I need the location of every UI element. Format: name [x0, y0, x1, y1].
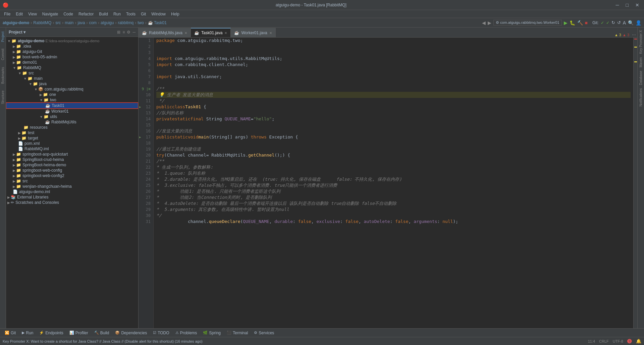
breadcrumb-rabbitmq[interactable]: RabbitMQ	[33, 20, 51, 25]
tree-item-springboot-web-config[interactable]: ▶ 📁 springboot-web-config	[6, 168, 138, 173]
code-editor[interactable]: package com.atguigu.rabbitmq.two; import…	[154, 38, 633, 328]
menu-item-help[interactable]: Help	[168, 11, 182, 17]
tree-item-scratches[interactable]: ▶ ✏ Scratches and Consoles	[6, 200, 138, 205]
run-button[interactable]: ▶	[564, 20, 568, 25]
tree-item-atguigu-demo[interactable]: ▼ 📁 atguigu-demo E:\idea-workspace\atgui…	[6, 38, 138, 44]
tree-item-wenjian[interactable]: ▶ 📁 wenjian-shangchuan-heima	[6, 184, 138, 189]
panel-collapse-button[interactable]: ≡	[122, 30, 125, 35]
project-sidebar-icon[interactable]: Project	[0, 30, 5, 43]
close-button[interactable]: ✕	[633, 2, 641, 8]
warning-stripe-mark[interactable]	[634, 47, 637, 48]
stop-button[interactable]: ■	[585, 20, 588, 25]
notifications-icon[interactable]: Notifications	[638, 87, 643, 108]
breadcrumb-two[interactable]: two	[138, 20, 144, 25]
bottom-tab-build[interactable]: 🔨 Build	[92, 330, 112, 336]
tab-close-button[interactable]: ✕	[184, 31, 187, 35]
tree-item-idea[interactable]: ▶ 📁 .idea	[6, 44, 138, 49]
tree-item-task01[interactable]: ☕ Task01	[6, 103, 138, 109]
tree-item-atguigu-iml[interactable]: 📄 atguigu-demo.iml	[6, 189, 138, 194]
bookmarks-sidebar-icon[interactable]: Bookmarks	[0, 66, 5, 85]
breadcrumb-src[interactable]: src	[55, 20, 61, 25]
tree-item-springboot-aop[interactable]: ▶ 📁 springboot-aop-quickstart	[6, 152, 138, 157]
bottom-tab-terminal[interactable]: ⬛ Terminal	[224, 330, 251, 336]
tree-item-resources[interactable]: 📁 resources	[6, 125, 138, 130]
bottom-tab-git[interactable]: 🔀 Git	[2, 330, 18, 336]
git-check2[interactable]: ✓	[606, 20, 609, 25]
tree-item-ext-libs[interactable]: ▶ 📚 External Libraries	[6, 194, 138, 200]
structure-sidebar-icon[interactable]: Structure	[0, 89, 5, 106]
breadcrumb-item[interactable]: atguigu-demo	[3, 20, 29, 25]
translate-button[interactable]: A	[623, 20, 626, 25]
tree-item-package[interactable]: ▼ 📦 com.atguigu.rabbitmq	[6, 87, 138, 92]
bottom-tab-todo[interactable]: ☑ TODO	[150, 330, 172, 336]
tab-worker01[interactable]: ☕ Worker01.java ✕	[231, 28, 275, 37]
tree-item-boot-web[interactable]: ▶ 📁 boot-web-05-admin	[6, 54, 138, 60]
tab-close-button[interactable]: ✕	[224, 31, 227, 35]
tree-item-springboot-heima[interactable]: ▶ 📁 SpringBoot-heima-demo	[6, 162, 138, 168]
bottom-tab-run[interactable]: ▶ Run	[19, 330, 36, 336]
minimize-button[interactable]: ─	[614, 2, 621, 8]
menu-item-file[interactable]: File	[1, 11, 13, 17]
breadcrumb-main[interactable]: main	[65, 20, 73, 25]
menu-item-window[interactable]: Window	[149, 11, 168, 17]
tree-item-utils[interactable]: ▼ 📁 utils	[6, 114, 138, 119]
maximize-button[interactable]: □	[624, 2, 631, 8]
tree-item-main[interactable]: ▼ 📁 main	[6, 76, 138, 81]
build-button[interactable]: 🔨	[577, 20, 583, 25]
bottom-tab-spring[interactable]: 🌿 Spring	[200, 330, 223, 336]
menu-item-git[interactable]: Git	[138, 11, 149, 17]
menu-item-code[interactable]: Code	[61, 11, 76, 17]
tree-item-iml[interactable]: 📄 RabbitMQ.iml	[6, 146, 138, 152]
tree-item-pom[interactable]: 📄 pom.xml	[6, 141, 138, 146]
debug-button[interactable]: 🐛	[570, 20, 575, 25]
menu-item-view[interactable]: View	[25, 11, 40, 17]
breadcrumb-java[interactable]: java	[77, 20, 85, 25]
position-indicator[interactable]: 11:4	[588, 339, 595, 343]
tree-item-two[interactable]: ▼ 📁 two	[6, 97, 138, 103]
bottom-tab-services[interactable]: ⚙ Services	[251, 330, 277, 336]
panel-scope-button[interactable]: ⊞	[117, 30, 120, 35]
tree-item-target[interactable]: ▶ 📁 target	[6, 135, 138, 141]
menu-item-edit[interactable]: Edit	[13, 11, 25, 17]
notification-icon[interactable]: 🔔	[636, 339, 641, 344]
maven-icon[interactable]: Maven	[638, 56, 643, 69]
menu-item-refactor[interactable]: Refactor	[76, 11, 96, 17]
sonar-icon[interactable]: 🅢	[627, 339, 632, 344]
tree-item-demo01[interactable]: ▶ 📁 demo01	[6, 60, 138, 65]
key-promoter-icon[interactable]: Key Promoter X	[638, 29, 643, 55]
tree-item-one[interactable]: ▶ 📁 one	[6, 92, 138, 97]
bottom-tab-profiler[interactable]: 📊 Profiler	[67, 330, 91, 336]
bottom-tab-dependencies[interactable]: 📦 Dependencies	[112, 330, 150, 336]
database-icon[interactable]: Database	[638, 69, 643, 87]
tree-item-rabbitmqutils[interactable]: ☕ RabbitMqUtils	[6, 119, 138, 125]
commit-sidebar-icon[interactable]: Commit	[0, 47, 5, 61]
breadcrumb-atguigu[interactable]: atguigu	[101, 20, 114, 25]
tab-task01[interactable]: ☕ Task01.java ✕	[191, 28, 231, 37]
encoding-indicator[interactable]: UTF-8	[613, 339, 623, 343]
tree-item-rabbitmq[interactable]: ▼ 📁 RabbitMQ	[6, 65, 138, 70]
nav-back-button[interactable]: ◀	[482, 20, 486, 25]
warning-stripe-mark2[interactable]	[634, 61, 637, 62]
breadcrumb-com[interactable]: com	[89, 20, 97, 25]
tree-item-springboot-web-config2[interactable]: ▶ 📁 springboot-web-config2	[6, 173, 138, 178]
expand-editor-button[interactable]: ⋯	[632, 33, 636, 37]
tree-item-atguigu-git[interactable]: ▶ 📁 atguigu-Git	[6, 49, 138, 54]
panel-close-button[interactable]: ─	[132, 30, 136, 35]
bottom-tab-endpoints[interactable]: ⚡ Endpoints	[37, 330, 66, 336]
breadcrumb-task01[interactable]: ☕ Task01	[148, 20, 167, 25]
git-revert[interactable]: ↺	[617, 20, 621, 25]
breadcrumb-rabbitmq2[interactable]: rabbitmq	[118, 20, 133, 25]
nav-forward-button[interactable]: ▶	[488, 20, 491, 25]
bottom-tab-problems[interactable]: ⚠ Problems	[173, 330, 200, 336]
menu-item-navigate[interactable]: Navigate	[40, 11, 61, 17]
tab-close-button[interactable]: ✕	[269, 31, 272, 35]
menu-item-build[interactable]: Build	[96, 11, 111, 17]
menu-item-run[interactable]: Run	[111, 11, 123, 17]
tree-item-src2[interactable]: ▶ 📁 src	[6, 178, 138, 184]
tree-item-worker01[interactable]: ☕ Worker01	[6, 109, 138, 114]
git-update[interactable]: ↻	[611, 20, 615, 25]
menu-item-tools[interactable]: Tools	[123, 11, 138, 17]
git-check1[interactable]: ✓	[601, 20, 604, 25]
user-button[interactable]: 👤	[636, 20, 641, 25]
tree-item-test[interactable]: ▶ 📁 test	[6, 130, 138, 135]
